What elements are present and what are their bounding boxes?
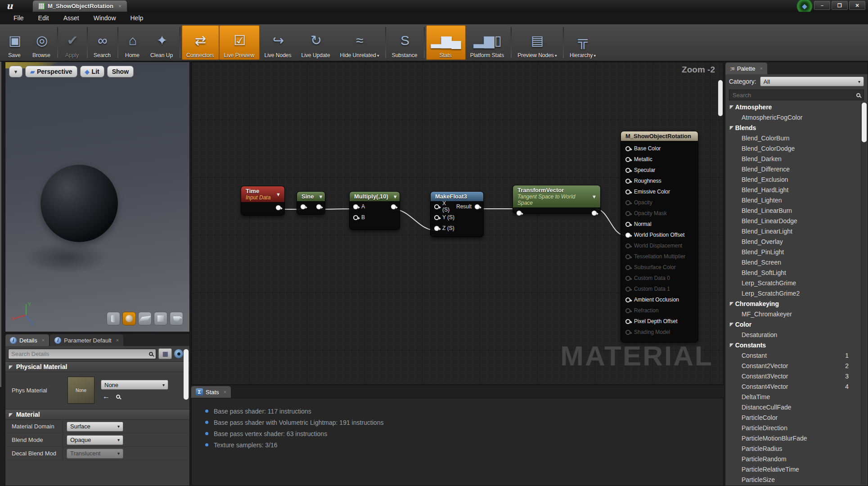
palette-row[interactable]: ◤ Constant3Vector 3 [726, 371, 860, 381]
node-collapse-icon[interactable]: ▼ [314, 194, 323, 199]
toolbar-button[interactable]: ▂▆▄ Stats [426, 25, 465, 60]
toolbar-button[interactable]: ⇄ Connectors [182, 25, 219, 60]
panel-splitter[interactable] [0, 62, 1, 387]
node-sine[interactable]: Sine ▼ [297, 191, 325, 215]
material-pin[interactable]: Pixel Depth Offset [621, 316, 698, 327]
browse-asset-icon[interactable] [116, 395, 120, 399]
toolbar-button[interactable]: ⌂ Home [120, 25, 146, 60]
input-pin-b[interactable] [353, 215, 358, 220]
shape-cylinder-button[interactable] [107, 312, 120, 325]
node-collapse-icon[interactable]: ▼ [388, 194, 398, 199]
palette-row[interactable]: ◤ ParticleSize [726, 474, 860, 485]
palette-search-input[interactable] [733, 92, 856, 99]
minimize-button[interactable]: – [814, 1, 830, 10]
node-makefloat3[interactable]: MakeFloat3 X (S) Result Y (S) Z (S) [430, 191, 484, 237]
material-pin[interactable]: Shading Model [621, 327, 698, 338]
viewport-options-button[interactable]: ▾ [9, 66, 22, 77]
input-pin-a[interactable] [353, 204, 358, 209]
output-pin[interactable] [391, 204, 396, 209]
tab-close-icon[interactable]: × [118, 3, 121, 9]
palette-row[interactable]: ◤ Blend_ColorBurn [726, 133, 860, 143]
palette-row[interactable]: ◤ Blend_Lighten [726, 195, 860, 205]
material-pin[interactable]: Custom Data 0 [621, 273, 698, 284]
input-pin[interactable] [517, 211, 522, 216]
shape-cube-button[interactable] [154, 312, 167, 325]
palette-row[interactable]: ◤ Blend_Overlay [726, 236, 860, 247]
palette-row[interactable]: ◤ AtmosphericFogColor [726, 112, 860, 122]
node-time[interactable]: Time Input Data ▼ [241, 186, 285, 216]
material-pin[interactable]: Tessellation Multiplier [621, 251, 698, 262]
palette-search-box[interactable] [729, 90, 864, 100]
category-dropdown[interactable]: All▾ [760, 76, 864, 86]
preview-viewport[interactable]: ▾ ▰ Perspective ◆ Lit Show Y X Z [5, 62, 190, 332]
material-pin[interactable]: Roughness [621, 176, 698, 186]
material-pin[interactable]: Emissive Color [621, 186, 698, 197]
palette-row[interactable]: ◤ Atmosphere [726, 102, 860, 112]
input-pin-y[interactable] [434, 215, 439, 220]
palette-scrollbar[interactable] [861, 102, 867, 485]
output-pin-result[interactable] [475, 204, 480, 209]
material-pin[interactable]: World Position Offset [621, 230, 698, 240]
toolbar-button[interactable]: S Substance [387, 25, 423, 60]
menu-item[interactable]: Window [87, 13, 122, 23]
material-pin[interactable]: Ambient Occlusion [621, 294, 698, 305]
toolbar-button[interactable]: ▤ Preview Nodes▾ [513, 25, 562, 60]
toolbar-button[interactable]: ☑ Live Preview [219, 25, 260, 60]
material-pin[interactable]: Subsurface Color [621, 262, 698, 273]
property-dropdown[interactable]: Translucent▾ [67, 449, 123, 459]
close-button[interactable]: ✕ [849, 1, 865, 10]
details-search-box[interactable] [8, 349, 156, 359]
shape-teapot-button[interactable] [170, 312, 183, 325]
toolbar-button[interactable]: ↪ Live Nodes [260, 25, 297, 60]
details-scrollbar-thumb[interactable] [184, 349, 189, 400]
toolbar-button[interactable]: ✦ Clean Up [146, 25, 178, 60]
palette-row[interactable]: ◤ Constant2Vector 2 [726, 360, 860, 371]
stats-tab[interactable]: Σ Stats × [191, 386, 231, 398]
phys-material-dropdown[interactable]: None▾ [101, 380, 168, 390]
material-pin[interactable]: Opacity Mask [621, 208, 698, 219]
menu-item[interactable]: File [7, 13, 30, 23]
palette-row[interactable]: ◤ ParticleRandom [726, 454, 860, 464]
palette-row[interactable]: ◤ Blend_Exclusion [726, 174, 860, 184]
menu-item[interactable]: Asset [57, 13, 85, 23]
input-pin[interactable] [301, 204, 306, 209]
palette-row[interactable]: ◤ Blends [726, 122, 860, 133]
asset-tab[interactable]: M_ShowObjectRotation × [32, 0, 127, 12]
input-pin-z[interactable] [434, 226, 439, 231]
node-multiply[interactable]: Multiply(,10) ▼ A B [349, 191, 400, 230]
phys-material-thumbnail[interactable]: None [67, 377, 94, 404]
material-pin[interactable]: Metallic [621, 154, 698, 165]
menu-item[interactable]: Help [124, 13, 150, 23]
material-graph[interactable]: Zoom -2 MATERIAL Time Input Data ▼ Sine … [191, 62, 724, 385]
tab-close-icon[interactable]: × [224, 389, 226, 395]
palette-row[interactable]: ◤ Blend_LinearBurn [726, 205, 860, 216]
toolbar-button[interactable]: ◎ Browse [28, 25, 56, 60]
toolbar-button[interactable]: ∞ Search [89, 25, 116, 60]
tab-close-icon[interactable]: × [760, 66, 762, 71]
palette-row[interactable]: ◤ Blend_Darken [726, 153, 860, 164]
palette-row[interactable]: ◤ DeltaTime [726, 392, 860, 402]
palette-scrollbar-thumb[interactable] [862, 103, 867, 142]
output-pin[interactable] [316, 204, 321, 209]
material-pin[interactable]: Normal [621, 219, 698, 230]
palette-row[interactable]: ◤ Constant4Vector 4 [726, 381, 860, 392]
palette-row[interactable]: ◤ Blend_LinearLight [726, 226, 860, 236]
input-pin-x[interactable] [434, 204, 439, 209]
palette-row[interactable]: ◤ ParticleColor [726, 412, 860, 423]
material-pin[interactable]: Custom Data 1 [621, 284, 698, 294]
palette-row[interactable]: ◤ Blend_Difference [726, 164, 860, 174]
material-pin[interactable]: Base Color [621, 143, 698, 154]
show-button[interactable]: Show [107, 66, 134, 77]
details-tab[interactable]: i Parameter Default × [50, 334, 123, 346]
node-collapse-icon[interactable]: ▼ [587, 194, 597, 199]
tab-close-icon[interactable]: × [42, 338, 45, 343]
property-dropdown[interactable]: Opaque▾ [67, 435, 123, 445]
grid-view-button[interactable]: ▦ [158, 348, 172, 359]
toolbar-button[interactable]: ▂▆▯ Platform Stats [466, 25, 509, 60]
perspective-button[interactable]: ▰ Perspective [25, 66, 77, 77]
node-material-output[interactable]: M_ShowObjectRotation Base Color Metallic… [621, 131, 698, 342]
menu-item[interactable]: Edit [32, 13, 55, 23]
output-pin[interactable] [276, 205, 281, 210]
restore-button[interactable]: ❐ [832, 1, 848, 10]
output-pin[interactable] [592, 211, 597, 216]
